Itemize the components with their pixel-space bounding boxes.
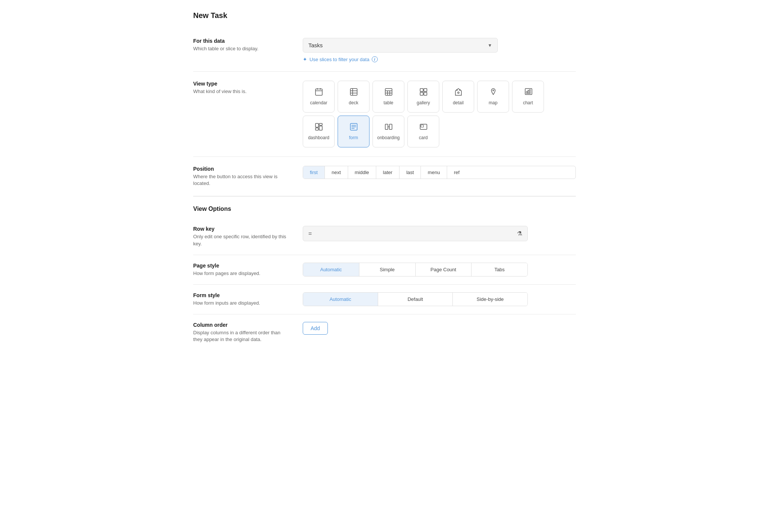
view-type-chart[interactable]: chart [512, 81, 544, 113]
column-order-desc: Display columns in a different order tha… [193, 329, 291, 343]
svg-rect-35 [389, 124, 392, 129]
page-style-desc: How form pages are displayed. [193, 270, 291, 277]
view-type-onboarding[interactable]: onboarding [372, 116, 404, 147]
svg-rect-24 [528, 90, 529, 93]
form-style-content: Automatic Default Side-by-side [303, 292, 576, 306]
svg-point-18 [458, 92, 459, 93]
svg-rect-29 [319, 126, 322, 130]
page-style-tabs-button[interactable]: Tabs [472, 263, 527, 276]
column-order-content: Add [303, 322, 576, 335]
svg-rect-23 [526, 92, 527, 93]
view-type-deck[interactable]: deck [338, 81, 369, 113]
info-icon[interactable]: i [372, 56, 378, 62]
page-style-page-count-button[interactable]: Page Count [416, 263, 472, 276]
onboarding-icon [384, 123, 393, 133]
svg-rect-25 [529, 90, 530, 93]
equals-sign: = [308, 230, 312, 237]
view-type-table[interactable]: table [372, 81, 404, 113]
view-type-onboarding-label: onboarding [377, 135, 400, 140]
flask-icon[interactable]: ⚗ [517, 230, 522, 237]
view-type-dashboard-label: dashboard [308, 135, 329, 140]
page-style-subsection: Page style How form pages are displayed.… [193, 255, 576, 285]
view-type-content: calendar deck [303, 81, 576, 147]
form-style-default-button[interactable]: Default [378, 293, 453, 306]
position-next-button[interactable]: next [325, 166, 348, 179]
form-style-side-by-side-button[interactable]: Side-by-side [453, 293, 527, 306]
svg-rect-14 [424, 89, 427, 92]
page-style-simple-button[interactable]: Simple [359, 263, 416, 276]
chart-icon [524, 88, 532, 98]
position-middle-button[interactable]: middle [348, 166, 376, 179]
position-button-group: first next middle later last menu ref [303, 166, 576, 179]
for-this-data-desc: Which table or slice to display. [193, 45, 291, 52]
view-type-table-label: table [383, 100, 393, 105]
svg-rect-8 [385, 89, 392, 95]
table-icon [384, 88, 393, 98]
view-type-calendar[interactable]: calendar [303, 81, 335, 113]
view-type-grid: calendar deck [303, 81, 576, 147]
form-style-automatic-button[interactable]: Automatic [303, 293, 378, 306]
view-type-detail[interactable]: detail [442, 81, 474, 113]
svg-rect-15 [420, 92, 423, 95]
view-options-wrapper: View Options Row key Only edit one speci… [193, 196, 576, 350]
view-type-calendar-label: calendar [310, 100, 327, 105]
position-menu-button[interactable]: menu [421, 166, 447, 179]
card-icon [419, 123, 428, 133]
deck-icon [350, 88, 358, 98]
view-type-dashboard[interactable]: dashboard [303, 116, 335, 147]
row-key-title: Row key [193, 226, 291, 232]
svg-point-20 [459, 90, 460, 91]
view-type-map[interactable]: map [477, 81, 509, 113]
dashboard-icon [315, 123, 323, 133]
svg-point-19 [456, 90, 457, 91]
row-key-label-area: Row key Only edit one specific row, iden… [193, 226, 291, 247]
map-icon [489, 88, 497, 98]
column-order-subsection: Column order Display columns in a differ… [193, 314, 576, 350]
view-type-card[interactable]: card [407, 116, 439, 147]
for-this-data-section: For this data Which table or slice to di… [193, 29, 576, 72]
view-type-deck-label: deck [349, 100, 358, 105]
position-section: Position Where the button to access this… [193, 157, 576, 196]
view-type-desc: What kind of view this is. [193, 88, 291, 95]
position-first-button[interactable]: first [303, 166, 325, 179]
page-style-automatic-button[interactable]: Automatic [303, 263, 359, 276]
dropdown-value: Tasks [308, 42, 323, 48]
form-style-label-area: Form style How form inputs are displayed… [193, 292, 291, 307]
use-slices-text: Use slices to filter your data [309, 57, 369, 62]
row-key-content: = ⚗ [303, 226, 576, 241]
view-type-gallery[interactable]: gallery [407, 81, 439, 113]
position-later-button[interactable]: later [376, 166, 400, 179]
svg-rect-38 [421, 125, 424, 127]
position-last-button[interactable]: last [400, 166, 421, 179]
form-style-toggle-group: Automatic Default Side-by-side [303, 292, 528, 306]
form-style-title: Form style [193, 292, 291, 298]
row-key-subsection: Row key Only edit one specific row, iden… [193, 218, 576, 255]
for-this-data-title: For this data [193, 38, 291, 44]
position-title: Position [193, 166, 291, 172]
page-title: New Task [193, 11, 576, 20]
position-label: Position Where the button to access this… [193, 166, 291, 187]
view-type-chart-label: chart [523, 100, 533, 105]
row-key-input[interactable]: = ⚗ [303, 226, 528, 241]
use-slices-link[interactable]: ✦ Use slices to filter your data i [303, 56, 378, 62]
view-type-section: View type What kind of view this is. cal… [193, 72, 576, 157]
form-icon [350, 123, 358, 133]
svg-rect-16 [424, 92, 427, 95]
view-type-title: View type [193, 81, 291, 87]
view-type-gallery-label: gallery [417, 100, 430, 105]
for-this-data-label: For this data Which table or slice to di… [193, 38, 291, 52]
position-ref-button[interactable]: ref [447, 166, 466, 179]
page-style-toggle-group: Automatic Simple Page Count Tabs [303, 263, 528, 277]
svg-rect-28 [315, 128, 318, 130]
view-type-map-label: map [489, 100, 497, 105]
column-order-add-button[interactable]: Add [303, 322, 328, 335]
row-key-desc: Only edit one specific row, identified b… [193, 233, 291, 247]
view-type-form[interactable]: form [338, 116, 369, 147]
page-style-label-area: Page style How form pages are displayed. [193, 263, 291, 277]
svg-rect-0 [315, 89, 322, 95]
table-select-dropdown[interactable]: Tasks ▼ [303, 38, 498, 53]
page-style-content: Automatic Simple Page Count Tabs [303, 263, 576, 277]
svg-point-21 [493, 90, 494, 91]
svg-rect-34 [385, 124, 388, 129]
sparkle-icon: ✦ [303, 56, 307, 62]
